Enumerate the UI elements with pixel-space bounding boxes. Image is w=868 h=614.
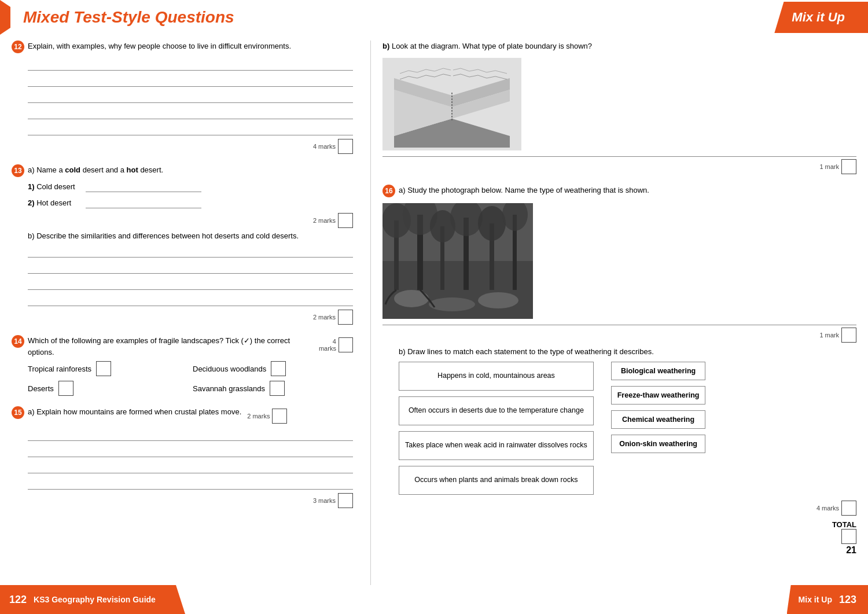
q12-text: Explain, with examples, why few people c…: [28, 41, 291, 52]
match-types: Biological weathering Freeze-thaw weathe…: [611, 362, 706, 495]
match-type-chemical: Chemical weathering: [611, 410, 706, 429]
q15b-marks: 1 mark: [382, 159, 856, 174]
match-stmt-4: Occurs when plants and animals break dow…: [399, 466, 594, 495]
q13-cold-desert-field: 1) Cold desert: [28, 181, 353, 192]
q15b-block: b) Look at the diagram. What type of pla…: [382, 41, 856, 174]
answer-line[interactable]: [28, 73, 353, 87]
q14-option-tropical: Tropical rainforests: [28, 361, 188, 376]
answer-line[interactable]: [28, 292, 353, 306]
q15-marks-label: 3 marks: [313, 497, 336, 504]
q15b-text: b) Look at the diagram. What type of pla…: [382, 41, 592, 52]
question-14: 14 Which of the following are examples o…: [12, 335, 353, 396]
left-column: 12 Explain, with examples, why few peopl…: [12, 41, 370, 585]
q12-answer-area: [28, 57, 353, 135]
q16a-marks-label: 1 mark: [819, 332, 839, 339]
answer-line[interactable]: [28, 57, 353, 71]
q13a-marks-label: 2 marks: [313, 217, 336, 224]
q13-number: 13: [12, 164, 24, 177]
answer-line[interactable]: [28, 105, 353, 119]
match-stmt-1: Happens in cold, mountainous areas: [399, 362, 594, 391]
footer-left: 122 KS3 Geography Revision Guide: [0, 585, 185, 614]
q14-tick-tropical[interactable]: [96, 361, 111, 376]
q14-tick-deciduous[interactable]: [271, 361, 286, 376]
q15b-marks-label: 1 mark: [819, 163, 839, 170]
q13b-text: Describe the similarities and difference…: [36, 231, 299, 240]
answer-line[interactable]: [28, 427, 353, 441]
q14-option-label-tropical: Tropical rainforests: [28, 365, 91, 373]
answer-line[interactable]: [28, 276, 353, 290]
weathering-photo-svg: [382, 203, 533, 319]
q16b: b) Draw lines to match each statement to…: [399, 347, 856, 356]
question-16: 16 a) Study the photograph below. Name t…: [382, 185, 856, 556]
match-stmt-3: Takes place when weak acid in rainwater …: [399, 431, 594, 460]
q13b-marks-box: [338, 310, 353, 325]
q16a-marks-box: [841, 328, 856, 343]
q13b-marks-label: 2 marks: [313, 314, 336, 321]
q14-number: 14: [12, 335, 24, 348]
q14-tick-deserts[interactable]: [58, 381, 73, 396]
question-13: 13 a) Name a cold desert and a hot deser…: [12, 164, 353, 325]
q13-hot-desert-line[interactable]: [86, 197, 201, 208]
q15a-answer-area: [28, 427, 353, 490]
total-label: TOTAL: [832, 520, 856, 529]
q16a-marks: 1 mark: [382, 328, 856, 343]
q13b-marks: 2 marks: [12, 310, 353, 325]
footer-right-label: Mix it Up: [799, 595, 832, 604]
footer-right-page: 123: [839, 594, 856, 606]
right-column: b) Look at the diagram. What type of pla…: [370, 41, 856, 585]
footer-left-title: KS3 Geography Revision Guide: [34, 595, 156, 604]
total-value: 21: [846, 545, 856, 556]
svg-point-18: [478, 206, 506, 241]
page-footer: 122 KS3 Geography Revision Guide Mix it …: [0, 585, 868, 614]
q15a-marks: 2 marks: [247, 409, 287, 424]
q14-option-label-deciduous: Deciduous woodlands: [193, 365, 266, 373]
q14-marks-label: 4 marks: [314, 338, 336, 352]
q14-marks-box: [339, 337, 353, 352]
match-type-onion-skin: Onion-skin weathering: [611, 435, 706, 453]
q13b: b) Describe the similarities and differe…: [28, 231, 353, 240]
q13b-label: b): [28, 231, 35, 240]
q14-option-label-savannah: Savannah grasslands: [193, 384, 265, 393]
q15-marks-box: [338, 493, 353, 508]
q14-text: Which of the following are examples of f…: [28, 335, 308, 358]
match-statements: Happens in cold, mountainous areas Often…: [399, 362, 594, 495]
answer-line[interactable]: [28, 122, 353, 135]
q12-marks-box: [338, 139, 353, 154]
plate-boundary-diagram: [382, 58, 521, 150]
answer-line[interactable]: [28, 260, 353, 274]
q12-number: 12: [12, 41, 24, 53]
answer-line[interactable]: [28, 459, 353, 473]
answer-line[interactable]: [28, 89, 353, 103]
q14-option-savannah: Savannah grasslands: [193, 381, 353, 396]
q14-marks: 4 marks: [314, 337, 353, 352]
q14-option-label-deserts: Deserts: [28, 384, 54, 393]
q16b-text: Draw lines to match each statement to th…: [407, 347, 654, 356]
q16b-label: b): [399, 347, 406, 356]
q13-cold-desert-line[interactable]: [86, 181, 201, 192]
footer-right: Mix it Up 123: [787, 585, 868, 614]
q15-number: 15: [12, 406, 24, 419]
q16-photo: [382, 203, 533, 319]
answer-line[interactable]: [28, 244, 353, 258]
footer-left-page: 122: [9, 594, 27, 606]
answer-line[interactable]: [28, 476, 353, 490]
plate-diagram-svg: [388, 61, 516, 148]
q16b-marks-box: [841, 501, 856, 516]
match-type-biological: Biological weathering: [611, 362, 706, 380]
page-title-block: Mixed Test-Style Questions: [0, 0, 246, 35]
q15a-marks-label: 2 marks: [247, 413, 270, 420]
q15a-marks-box: [272, 409, 287, 424]
q14-tick-savannah[interactable]: [270, 381, 285, 396]
q13-sub2-label: 2) Hot desert: [28, 198, 86, 207]
q16b-marks-label: 4 marks: [816, 505, 839, 512]
header-badge: Mix it Up: [774, 2, 868, 33]
question-12: 12 Explain, with examples, why few peopl…: [12, 41, 353, 154]
q13a-label: a): [28, 166, 35, 174]
main-content: 12 Explain, with examples, why few peopl…: [0, 41, 868, 585]
q15-total-marks: 3 marks: [12, 493, 353, 508]
match-area: Happens in cold, mountainous areas Often…: [399, 362, 856, 495]
q16-number: 16: [382, 185, 395, 197]
q14-options: Tropical rainforests Deciduous woodlands…: [28, 361, 353, 396]
answer-line[interactable]: [28, 443, 353, 457]
q15a-text: a) Explain how mountains are formed when…: [28, 406, 241, 418]
